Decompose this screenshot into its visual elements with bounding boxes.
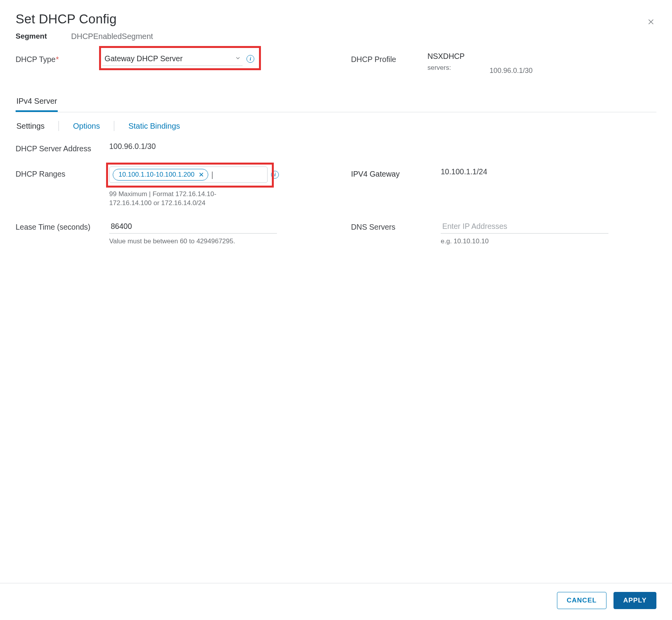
subtabs: Settings Options Static Bindings [16, 121, 656, 131]
dhcp-range-chip: 10.100.1.10-10.100.1.200 ✕ [113, 169, 208, 181]
text-cursor: | [211, 170, 213, 179]
server-address-label: DHCP Server Address [16, 141, 109, 153]
dhcp-profile-row: DHCP Profile NSXDHCP servers: 100.96.0.1… [351, 52, 656, 75]
dns-servers-row: DNS Servers e.g. 10.10.10.10 [351, 220, 656, 245]
dialog-title: Set DHCP Config [16, 12, 656, 27]
dhcp-type-select[interactable]: Gateway DHCP Server [102, 52, 243, 66]
tab-separator [114, 121, 114, 131]
ipv4-tabs: IPv4 Server [16, 93, 656, 112]
tab-separator [59, 121, 59, 131]
cancel-button[interactable]: CANCEL [557, 592, 606, 609]
subtab-static-bindings[interactable]: Static Bindings [128, 122, 181, 131]
dhcp-type-row: DHCP Type* Gateway DHCP Server i [16, 52, 351, 66]
dhcp-profile-name: NSXDHCP [427, 52, 465, 61]
ipv4-gateway-row: IPV4 Gateway 10.100.1.1/24 [351, 167, 656, 179]
close-icon[interactable] [645, 17, 656, 28]
dns-servers-helper: e.g. 10.10.10.10 [441, 237, 656, 245]
chevron-down-icon [235, 55, 241, 63]
dhcp-type-selected: Gateway DHCP Server [105, 54, 183, 63]
lease-time-helper: Value must be between 60 to 4294967295. [109, 237, 351, 245]
server-address-value: 100.96.0.1/30 [109, 141, 156, 151]
segment-label: Segment [16, 32, 47, 41]
dhcp-config-dialog: Set DHCP Config Segment DHCPEnabledSegme… [0, 0, 672, 620]
subtab-options[interactable]: Options [72, 122, 101, 131]
dhcp-profile-servers-value: 100.96.0.1/30 [489, 67, 532, 75]
apply-button[interactable]: APPLY [613, 592, 656, 609]
dns-servers-label: DNS Servers [351, 220, 441, 232]
dhcp-ranges-row: DHCP Ranges 10.100.1.10-10.100.1.200 ✕ |… [16, 167, 351, 208]
dialog-footer: CANCEL APPLY [0, 583, 672, 620]
lease-time-label: Lease Time (seconds) [16, 220, 109, 232]
dhcp-ranges-label: DHCP Ranges [16, 167, 109, 179]
dhcp-profile-servers-label: servers: [427, 64, 465, 72]
remove-chip-icon[interactable]: ✕ [199, 172, 204, 178]
dhcp-ranges-helper: 99 Maximum | Format 172.16.14.10-172.16.… [109, 190, 226, 208]
dhcp-type-label: DHCP Type* [16, 52, 102, 64]
subtab-settings[interactable]: Settings [16, 122, 45, 131]
lease-time-input[interactable] [109, 220, 277, 234]
ipv4-gateway-value: 10.100.1.1/24 [441, 167, 487, 176]
dns-servers-input[interactable] [441, 220, 608, 234]
info-icon[interactable]: i [246, 55, 254, 63]
info-icon[interactable]: i [271, 171, 279, 179]
dhcp-range-chip-text: 10.100.1.10-10.100.1.200 [119, 170, 195, 179]
server-address-row: DHCP Server Address 100.96.0.1/30 [16, 141, 656, 153]
required-mark: * [56, 55, 59, 64]
lease-time-row: Lease Time (seconds) Value must be betwe… [16, 220, 351, 245]
segment-row: Segment DHCPEnabledSegment [16, 32, 656, 41]
dhcp-ranges-input[interactable]: 10.100.1.10-10.100.1.200 ✕ | i [109, 167, 268, 183]
ipv4-gateway-label: IPV4 Gateway [351, 167, 441, 179]
dhcp-profile-label: DHCP Profile [351, 52, 427, 64]
segment-value: DHCPEnabledSegment [71, 32, 153, 41]
tab-ipv4-server[interactable]: IPv4 Server [16, 93, 58, 112]
